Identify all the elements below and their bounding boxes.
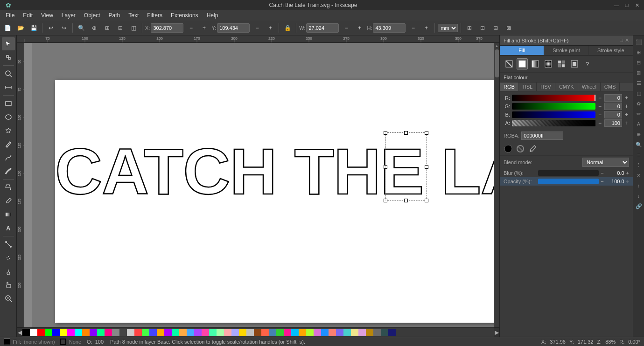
palette-scroll-left[interactable]: ◀ [17, 328, 22, 337]
paint-bucket-tool[interactable] [2, 181, 15, 194]
palette-swatch[interactable] [314, 329, 321, 336]
node-tool[interactable] [2, 51, 15, 64]
y-plus[interactable]: + [265, 22, 276, 34]
align-left-btn[interactable]: ⊞ [464, 22, 475, 34]
palette-swatch[interactable] [321, 329, 329, 336]
save-button[interactable]: 💾 [28, 22, 39, 34]
minimize-button[interactable]: — [613, 2, 620, 8]
palette-swatch[interactable] [336, 329, 343, 336]
menu-help[interactable]: Help [203, 11, 222, 20]
cm-cms[interactable]: CMS [601, 83, 620, 91]
undo-button[interactable]: ↩ [45, 22, 56, 34]
g-minus[interactable]: − [597, 103, 602, 110]
palette-swatch[interactable] [209, 329, 217, 336]
blur-plus[interactable]: + [626, 170, 629, 176]
no-paint-btn[interactable] [504, 58, 515, 69]
x-minus[interactable]: − [185, 22, 196, 34]
menu-view[interactable]: View [37, 11, 57, 20]
flat-color-btn[interactable] [517, 58, 528, 69]
ri-fill[interactable]: ⬛ [634, 37, 644, 47]
palette-swatch[interactable] [306, 329, 314, 336]
panel-float-btn[interactable]: □ [620, 37, 623, 43]
menu-object[interactable]: Object [80, 11, 104, 20]
pen-tool[interactable] [2, 151, 15, 164]
palette-swatch[interactable] [254, 329, 261, 336]
g-input[interactable] [604, 103, 622, 110]
x-input[interactable] [151, 23, 183, 33]
new-button[interactable]: 📄 [2, 22, 13, 34]
a-minus[interactable]: − [597, 120, 602, 126]
redo-button[interactable]: ↪ [58, 22, 70, 34]
ri-delete[interactable]: ✕ [634, 171, 644, 180]
lock-btn[interactable]: 🔒 [282, 22, 293, 34]
g-plus[interactable]: + [624, 103, 629, 110]
y-input[interactable] [217, 23, 250, 33]
palette-swatch[interactable] [149, 329, 157, 336]
r-minus[interactable]: − [597, 95, 602, 101]
align-right-btn[interactable]: ⊟ [490, 22, 501, 34]
palette-scroll-right[interactable]: ▶ [494, 328, 499, 337]
palette-swatch[interactable] [60, 329, 67, 336]
star-tool[interactable] [2, 124, 15, 137]
cm-hsv[interactable]: HSV [537, 83, 555, 91]
palette-swatch[interactable] [373, 329, 381, 336]
palette-swatch[interactable] [127, 329, 134, 336]
blur-track[interactable] [538, 170, 599, 176]
vertical-scrollbar[interactable]: ▲ ▼ [494, 43, 499, 331]
menu-extensions[interactable]: Extensions [167, 11, 202, 20]
palette-swatch[interactable] [134, 329, 142, 336]
palette-swatch[interactable] [381, 329, 388, 336]
r-plus[interactable]: + [624, 95, 629, 101]
window-controls[interactable]: — □ ✕ [613, 2, 640, 8]
ellipse-tool[interactable] [2, 111, 15, 124]
text-tool[interactable]: A [2, 221, 15, 235]
close-button[interactable]: ✕ [634, 2, 640, 8]
palette-swatch[interactable] [366, 329, 373, 336]
eyedropper-tool[interactable] [2, 194, 15, 208]
palette-swatch[interactable] [239, 329, 246, 336]
menu-text[interactable]: Text [125, 11, 142, 20]
zoom-tool[interactable] [2, 67, 15, 80]
pattern-btn[interactable] [556, 58, 567, 69]
ri-transform[interactable]: ⊠ [634, 68, 644, 77]
palette-swatch[interactable] [231, 329, 239, 336]
scroll-thumb[interactable] [495, 49, 499, 77]
calligraphy-tool[interactable] [2, 165, 15, 178]
ri-up[interactable]: ↑ [634, 181, 644, 190]
opacity-track[interactable] [538, 179, 599, 184]
palette-swatch[interactable] [358, 329, 366, 336]
transform-btn[interactable]: ⊠ [503, 22, 514, 34]
cm-cmyk[interactable]: CMYK [555, 83, 578, 91]
ri-grid[interactable]: ⊞ [634, 48, 644, 57]
tab-stroke-style[interactable]: Stroke style [589, 46, 633, 55]
palette-swatch[interactable] [119, 329, 127, 336]
pencil-tool[interactable] [2, 138, 15, 151]
w-minus[interactable]: − [341, 22, 352, 34]
scroll-up-btn[interactable]: ▲ [494, 43, 500, 48]
menu-path[interactable]: Path [105, 11, 124, 20]
snap-button[interactable]: ⊕ [89, 22, 100, 34]
palette-swatch[interactable] [261, 329, 269, 336]
connector-tool[interactable] [2, 238, 15, 251]
radial-grad-btn[interactable] [543, 58, 554, 69]
snap4-button[interactable]: ◫ [128, 22, 139, 34]
palette-swatch[interactable] [105, 329, 112, 336]
ri-xml[interactable]: ☰ [634, 78, 644, 88]
open-button[interactable]: 📂 [15, 22, 26, 34]
unknown-btn[interactable]: ? [582, 58, 593, 69]
palette-swatch[interactable] [291, 329, 299, 336]
rgba-hex-input[interactable] [521, 131, 563, 140]
palette-swatch[interactable] [202, 329, 209, 336]
swatch-btn[interactable] [569, 58, 580, 69]
cm-rgb[interactable]: RGB [500, 83, 519, 91]
ri-brush[interactable]: ✏ [634, 109, 644, 118]
palette-swatch[interactable] [194, 329, 202, 336]
zoom-tool2[interactable] [2, 292, 15, 305]
palette-swatch[interactable] [37, 329, 45, 336]
g-track[interactable] [512, 103, 595, 110]
palette-swatch[interactable] [329, 329, 336, 336]
cm-wheel[interactable]: Wheel [578, 83, 601, 91]
menu-file[interactable]: File [2, 11, 18, 20]
palette-swatch[interactable] [217, 329, 224, 336]
y-minus[interactable]: − [252, 22, 263, 34]
